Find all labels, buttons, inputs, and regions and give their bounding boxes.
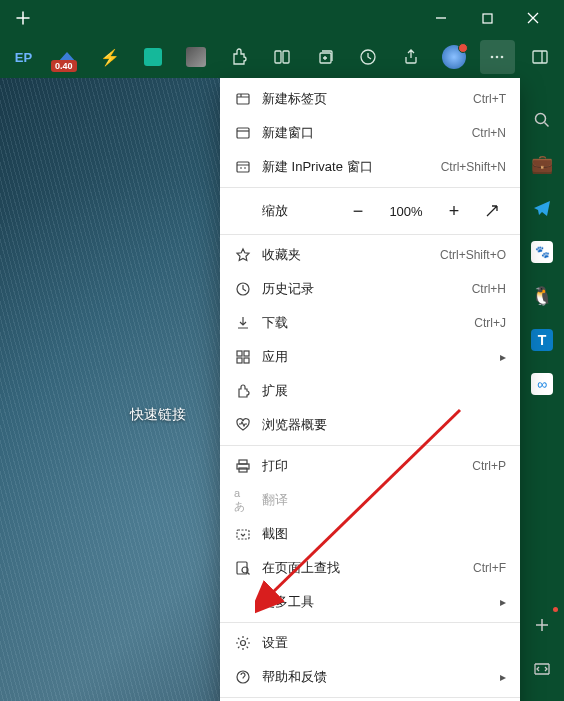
svg-point-5 bbox=[491, 56, 494, 59]
ext-avatar-icon[interactable] bbox=[178, 40, 213, 74]
chevron-right-icon: ▸ bbox=[500, 670, 506, 684]
close-button[interactable] bbox=[510, 2, 556, 34]
svg-point-9 bbox=[536, 114, 546, 124]
svg-rect-1 bbox=[275, 51, 281, 63]
download-icon bbox=[234, 314, 252, 332]
toolbar: EP 0.40 ⚡ bbox=[0, 36, 564, 78]
heart-pulse-icon bbox=[234, 416, 252, 434]
history-toolbar-icon[interactable] bbox=[351, 40, 386, 74]
avatar bbox=[442, 45, 466, 69]
svg-point-6 bbox=[496, 56, 499, 59]
sidebar-briefcase-icon[interactable]: 💼 bbox=[528, 150, 556, 178]
ext-ep-icon[interactable]: EP bbox=[6, 40, 41, 74]
menu-translate: a あ 翻译 bbox=[220, 483, 520, 517]
menu-downloads[interactable]: 下载 Ctrl+J bbox=[220, 306, 520, 340]
window-controls bbox=[418, 2, 556, 34]
menu-separator bbox=[220, 445, 520, 446]
menu-new-window[interactable]: 新建窗口 Ctrl+N bbox=[220, 116, 520, 150]
zoom-in-button[interactable]: + bbox=[440, 197, 468, 225]
sidebar-baidu-icon[interactable]: 🐾 bbox=[528, 238, 556, 266]
zoom-value: 100% bbox=[382, 204, 430, 219]
chevron-right-icon: ▸ bbox=[500, 350, 506, 364]
badge: 0.40 bbox=[51, 60, 77, 72]
more-menu-button[interactable] bbox=[480, 40, 515, 74]
fullscreen-button[interactable] bbox=[478, 197, 506, 225]
ext-badge-icon[interactable]: 0.40 bbox=[49, 40, 84, 74]
translate-icon: a あ bbox=[234, 491, 252, 509]
new-tab-button[interactable] bbox=[8, 3, 38, 33]
menu-print[interactable]: 打印 Ctrl+P bbox=[220, 449, 520, 483]
svg-rect-17 bbox=[244, 358, 249, 363]
svg-rect-0 bbox=[483, 14, 492, 23]
menu-extensions[interactable]: 扩展 bbox=[220, 374, 520, 408]
menu-favorites[interactable]: 收藏夹 Ctrl+Shift+O bbox=[220, 238, 520, 272]
minimize-button[interactable] bbox=[418, 2, 464, 34]
svg-rect-10 bbox=[237, 94, 249, 104]
apps-icon bbox=[234, 348, 252, 366]
find-icon bbox=[234, 559, 252, 577]
gear-icon bbox=[234, 634, 252, 652]
zoom-out-button[interactable]: − bbox=[344, 197, 372, 225]
menu-history[interactable]: 历史记录 Ctrl+H bbox=[220, 272, 520, 306]
svg-rect-14 bbox=[237, 351, 242, 356]
menu-new-tab[interactable]: 新建标签页 Ctrl+T bbox=[220, 82, 520, 116]
help-icon bbox=[234, 668, 252, 686]
menu-separator bbox=[220, 234, 520, 235]
svg-rect-18 bbox=[239, 460, 247, 464]
svg-rect-16 bbox=[237, 358, 242, 363]
menu-zoom: 缩放 − 100% + bbox=[220, 191, 520, 231]
svg-rect-2 bbox=[283, 51, 289, 63]
new-tab-icon bbox=[234, 90, 252, 108]
svg-point-7 bbox=[501, 56, 504, 59]
svg-rect-15 bbox=[244, 351, 249, 356]
profile-avatar[interactable] bbox=[437, 40, 472, 74]
sidebar-telegram-icon[interactable] bbox=[528, 194, 556, 222]
screenshot-icon bbox=[234, 525, 252, 543]
print-icon bbox=[234, 457, 252, 475]
svg-point-24 bbox=[241, 641, 246, 646]
share-icon[interactable] bbox=[394, 40, 429, 74]
settings-menu: 新建标签页 Ctrl+T 新建窗口 Ctrl+N 新建 InPrivate 窗口… bbox=[220, 78, 520, 701]
sidebar-search-icon[interactable] bbox=[528, 106, 556, 134]
menu-apps[interactable]: 应用 ▸ bbox=[220, 340, 520, 374]
extension-icon bbox=[234, 382, 252, 400]
menu-settings[interactable]: 设置 bbox=[220, 626, 520, 660]
svg-rect-22 bbox=[237, 562, 247, 574]
extensions-icon[interactable] bbox=[221, 40, 256, 74]
menu-separator bbox=[220, 187, 520, 188]
sidebar-add-icon[interactable] bbox=[528, 611, 556, 639]
sidebar-qq-icon[interactable]: 🐧 bbox=[528, 282, 556, 310]
svg-rect-12 bbox=[237, 162, 249, 172]
favorites-icon bbox=[234, 246, 252, 264]
collections-icon[interactable] bbox=[308, 40, 343, 74]
maximize-button[interactable] bbox=[464, 2, 510, 34]
menu-screenshot[interactable]: 截图 bbox=[220, 517, 520, 551]
ext-bolt-icon[interactable]: ⚡ bbox=[92, 40, 127, 74]
sidebar: 💼 🐾 🐧 T ∞ bbox=[520, 78, 564, 701]
menu-new-inprivate[interactable]: 新建 InPrivate 窗口 Ctrl+Shift+N bbox=[220, 150, 520, 184]
split-screen-icon[interactable] bbox=[264, 40, 299, 74]
ext-square-icon[interactable] bbox=[135, 40, 170, 74]
quick-links-label: 快速链接 bbox=[130, 406, 186, 424]
svg-rect-11 bbox=[237, 128, 249, 138]
titlebar bbox=[0, 0, 564, 36]
inprivate-icon bbox=[234, 158, 252, 176]
history-icon bbox=[234, 280, 252, 298]
svg-rect-8 bbox=[533, 51, 547, 63]
menu-more-tools[interactable]: 更多工具 ▸ bbox=[220, 585, 520, 619]
svg-rect-21 bbox=[237, 530, 249, 539]
sidebar-app2-icon[interactable]: ∞ bbox=[528, 370, 556, 398]
menu-find[interactable]: 在页面上查找 Ctrl+F bbox=[220, 551, 520, 585]
sidebar-toggle-icon[interactable] bbox=[523, 40, 558, 74]
menu-browser-essentials[interactable]: 浏览器概要 bbox=[220, 408, 520, 442]
new-window-icon bbox=[234, 124, 252, 142]
sidebar-collapse-icon[interactable] bbox=[528, 655, 556, 683]
sidebar-app1-icon[interactable]: T bbox=[528, 326, 556, 354]
menu-separator bbox=[220, 697, 520, 698]
chevron-right-icon: ▸ bbox=[500, 595, 506, 609]
menu-separator bbox=[220, 622, 520, 623]
menu-help[interactable]: 帮助和反馈 ▸ bbox=[220, 660, 520, 694]
